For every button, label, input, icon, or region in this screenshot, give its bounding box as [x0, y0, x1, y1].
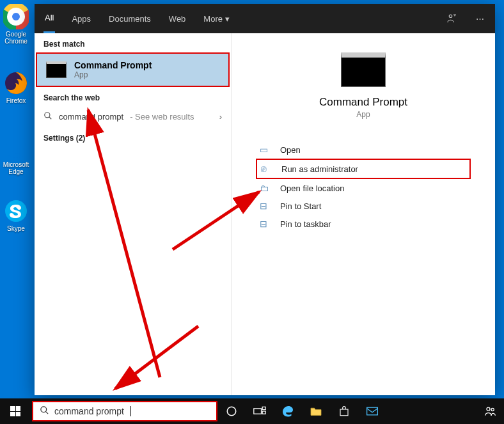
action-label: Open [280, 145, 301, 155]
svg-rect-17 [254, 409, 262, 414]
detail-title: Command Prompt [244, 96, 482, 109]
desktop-icon-edge[interactable]: Microsoft Edge [1, 134, 31, 175]
web-query-text: command prompt [59, 112, 123, 122]
svg-point-16 [227, 407, 236, 416]
tab-web[interactable]: Web [168, 5, 187, 33]
tab-documents[interactable]: Documents [107, 5, 152, 33]
folder-icon: 🗀 [260, 183, 271, 193]
svg-point-9 [45, 113, 50, 118]
svg-line-15 [45, 411, 48, 414]
best-match-title: Command Prompt [74, 60, 152, 70]
svg-rect-20 [340, 409, 348, 416]
pin-icon: ⊟ [260, 219, 271, 229]
taskbar-mail[interactable] [358, 398, 386, 424]
best-match-subtitle: App [74, 70, 152, 79]
taskbar-file-explorer[interactable] [302, 398, 330, 424]
web-search-item[interactable]: command prompt - See web results › [35, 106, 231, 127]
svg-rect-19 [262, 411, 265, 414]
cortana-button[interactable] [217, 398, 246, 424]
action-label: Run as administrator [281, 164, 358, 174]
start-button[interactable] [0, 398, 31, 424]
results-column: Best match Command Prompt App Search the… [35, 4, 232, 395]
desktop-icon-label: Microsoft Edge [3, 161, 29, 175]
best-match-label: Best match [35, 33, 231, 52]
settings-label[interactable]: Settings (2) [35, 127, 231, 146]
start-search-panel: All Apps Documents Web More ▾ ⋯ Best mat… [35, 4, 495, 395]
admin-icon: ⎚ [261, 164, 272, 174]
firefox-icon [3, 70, 29, 96]
svg-point-8 [449, 15, 452, 18]
search-icon [43, 111, 52, 122]
svg-point-22 [487, 407, 490, 411]
taskbar-edge[interactable] [274, 398, 302, 424]
desktop-icon-skype[interactable]: Skype [1, 198, 31, 232]
chrome-icon [3, 4, 29, 29]
tab-all[interactable]: All [43, 4, 55, 33]
taskbar-store[interactable] [330, 398, 358, 424]
desktop-icon-chrome[interactable]: Google Chrome [1, 4, 31, 45]
desktop-icon-label: Firefox [6, 97, 26, 104]
search-web-label: Search the web [35, 87, 231, 106]
action-label: Open file location [280, 184, 344, 193]
svg-line-10 [49, 117, 52, 120]
search-value: command prompt [54, 406, 124, 416]
desktop-icon-firefox[interactable]: Firefox [1, 70, 31, 104]
svg-point-14 [41, 407, 47, 412]
task-view-button[interactable] [246, 398, 274, 424]
command-prompt-icon [46, 61, 67, 78]
search-header: All Apps Documents Web More ▾ ⋯ [35, 4, 495, 33]
action-open[interactable]: ▭ Open [256, 141, 471, 159]
svg-point-23 [491, 408, 494, 411]
app-large-icon [341, 52, 386, 87]
svg-rect-21 [367, 407, 378, 415]
action-run-as-administrator[interactable]: ⎚ Run as administrator [256, 159, 471, 179]
action-label: Pin to taskbar [280, 219, 331, 229]
open-icon: ▭ [260, 145, 271, 155]
more-options-icon[interactable]: ⋯ [473, 12, 486, 25]
taskbar-search-input[interactable]: command prompt [32, 401, 217, 421]
desktop-icon-label: Google Chrome [4, 31, 28, 45]
chevron-right-icon: › [219, 112, 222, 122]
svg-rect-18 [262, 407, 265, 409]
action-label: Pin to Start [280, 201, 321, 211]
tab-apps[interactable]: Apps [70, 5, 92, 33]
search-icon [40, 405, 49, 417]
detail-subtitle: App [244, 110, 482, 119]
action-pin-to-taskbar[interactable]: ⊟ Pin to taskbar [256, 215, 471, 233]
feedback-icon[interactable] [445, 12, 458, 25]
web-hint-text: - See web results [130, 112, 194, 122]
people-button[interactable] [476, 398, 504, 424]
edge-icon [3, 134, 29, 160]
pin-icon: ⊟ [260, 201, 271, 211]
action-open-file-location[interactable]: 🗀 Open file location [256, 179, 471, 197]
skype-icon [3, 198, 29, 224]
windows-logo-icon [10, 406, 20, 416]
best-match-item[interactable]: Command Prompt App [36, 52, 230, 87]
detail-column: Command Prompt App ▭ Open ⎚ Run as admin… [232, 4, 495, 395]
tab-more[interactable]: More ▾ [202, 5, 230, 33]
action-pin-to-start[interactable]: ⊟ Pin to Start [256, 197, 471, 215]
desktop-icon-label: Skype [7, 225, 25, 232]
taskbar: command prompt [0, 398, 504, 424]
